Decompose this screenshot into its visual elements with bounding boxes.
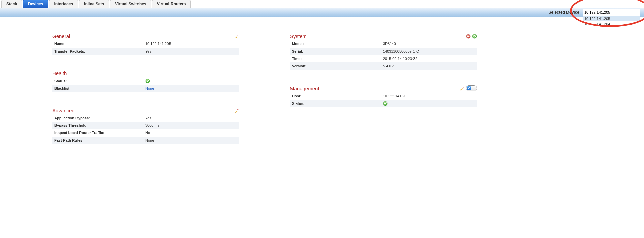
field-label: Fast-Path Rules: <box>52 138 145 142</box>
pencil-icon[interactable] <box>235 34 239 39</box>
field-value: 5.4.0.3 <box>383 64 394 68</box>
panel-management: Management Host: 10.122.141.205 Status: <box>290 85 477 107</box>
field-value: 10.122.141.205 <box>383 94 408 98</box>
restart-icon[interactable] <box>472 34 477 39</box>
field-label: Host: <box>290 94 383 98</box>
selected-device-label: Selected Device: <box>549 10 581 15</box>
field-value: 3D8140 <box>383 42 396 46</box>
field-value: 2015-09-14 10:23:32 <box>383 57 417 61</box>
selected-device-input[interactable] <box>583 9 640 16</box>
tab-strip: Stack Devices Interfaces Inline Sets Vir… <box>0 0 644 8</box>
field-value: Yes <box>145 116 151 120</box>
panel-title-management: Management <box>290 86 319 91</box>
field-label: Transfer Packets: <box>52 49 145 53</box>
field-label: Serial: <box>290 49 383 53</box>
tab-virtual-routers[interactable]: Virtual Routers <box>152 0 191 8</box>
check-icon <box>145 79 150 83</box>
panel-system: System Model:3D8140 Serial:1403110050000… <box>290 33 477 70</box>
selected-device-dropdown: 10.122.141.205 10.122.141.204 <box>583 16 640 27</box>
field-value: 10.122.141.205 <box>145 42 171 46</box>
panel-general: General Name:10.122.141.205 Transfer Pac… <box>52 33 239 55</box>
panel-title-advanced: Advanced <box>52 108 75 113</box>
management-toggle[interactable] <box>466 85 477 91</box>
check-icon <box>383 101 388 106</box>
tab-devices[interactable]: Devices <box>23 0 48 8</box>
field-label: Model: <box>290 42 383 46</box>
field-label: Status: <box>52 79 145 83</box>
field-label: Version: <box>290 64 383 68</box>
field-label: Status: <box>290 101 383 106</box>
field-value: None <box>145 138 154 142</box>
tab-inline-sets[interactable]: Inline Sets <box>79 0 109 8</box>
pencil-icon[interactable] <box>235 108 239 113</box>
tab-virtual-switches[interactable]: Virtual Switches <box>110 0 151 8</box>
panel-title-system: System <box>290 33 307 39</box>
blacklist-link[interactable]: None <box>145 86 154 90</box>
device-option[interactable]: 10.122.141.205 <box>583 16 640 21</box>
device-option[interactable]: 10.122.141.204 <box>583 21 640 27</box>
panel-health: Health Status: Blacklist: None <box>52 70 239 92</box>
field-value: No <box>145 131 150 135</box>
field-label: Time: <box>290 57 383 61</box>
field-value: Yes <box>145 49 151 53</box>
field-label: Blacklist: <box>52 86 145 90</box>
field-label: Application Bypass: <box>52 116 145 120</box>
field-value: 3000 ms <box>145 123 159 127</box>
toolbar: Selected Device: 10.122.141.205 10.122.1… <box>0 8 644 17</box>
shutdown-icon[interactable] <box>466 34 471 39</box>
panel-advanced: Advanced Application Bypass:Yes Bypass T… <box>52 108 239 144</box>
panel-title-health: Health <box>52 70 67 76</box>
field-value: 14031100500009-1-C <box>383 49 419 53</box>
tab-stack[interactable]: Stack <box>1 0 22 8</box>
tab-interfaces[interactable]: Interfaces <box>49 0 78 8</box>
pencil-icon[interactable] <box>460 86 465 91</box>
field-label: Name: <box>52 42 145 46</box>
field-label: Bypass Threshold: <box>52 123 145 127</box>
panel-title-general: General <box>52 33 70 39</box>
field-label: Inspect Local Router Traffic: <box>52 131 145 135</box>
